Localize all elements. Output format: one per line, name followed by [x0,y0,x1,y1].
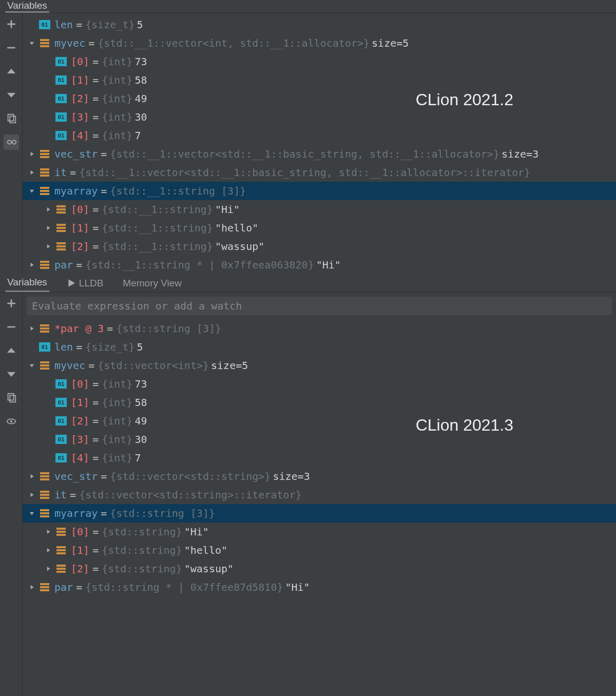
copy-button[interactable] [4,111,19,126]
variable-row[interactable]: vec_str={std::vector<std::string>} size=… [23,467,616,486]
down-button[interactable] [4,87,19,103]
copy-button[interactable] [4,390,19,405]
chevron-right-icon[interactable] [27,471,37,481]
variable-type: {std::vector<std::string>::iterator} [79,489,301,501]
minus-button[interactable] [4,40,19,55]
tab-memory-view[interactable]: Memory View [121,274,184,292]
glasses-button[interactable] [4,134,19,150]
variable-type: {std::__1::string} [102,222,213,234]
eye-button[interactable] [4,414,19,429]
variable-row[interactable]: 01[1]={int} 58 [23,71,616,89]
variable-value: size=3 [273,470,310,482]
debugger-panel-2021-2: Variables CLion 2021.2 01len={size_t} 5m… [0,0,616,274]
variable-row[interactable]: [1]={std::__1::string} "hello" [23,219,616,237]
variable-row[interactable]: par={std::string * | 0x7ffee87d5810} "Hi… [23,578,616,596]
variable-type: {std::string [3]} [110,507,215,519]
variable-type: {int} [102,433,132,446]
variable-type: {std::__1::string * | 0x7ffeea063820} [85,259,314,271]
chevron-down-icon[interactable] [27,360,37,371]
chevron-right-icon[interactable] [43,204,53,215]
tab-variables[interactable]: Variables [5,0,49,13]
tab-variables[interactable]: Variables [5,274,49,292]
variable-row[interactable]: 01[2]={int} 49 [23,412,616,430]
tab-lldb[interactable]: LLDB [65,274,106,292]
evaluate-expression-input[interactable]: Evaluate expression or add a watch [27,297,612,315]
variable-row[interactable]: it={std::__1::vector<std::__1::basic_str… [23,163,616,182]
chevron-right-icon[interactable] [27,582,37,592]
equals-sign: = [92,55,99,68]
variable-row[interactable]: *par @ 3={std::string [3]} [23,319,616,338]
svg-point-7 [10,420,12,422]
variable-type: {std::__1::string [3]} [110,185,246,197]
variables-tree-bottom[interactable]: Evaluate expression or add a watch CLion… [23,293,616,696]
up-button[interactable] [4,64,19,79]
chevron-right-icon[interactable] [27,490,37,500]
variable-type: {std::string} [102,544,182,556]
chevron-right-icon[interactable] [43,545,53,555]
plus-button[interactable] [4,16,19,32]
chevron-right-icon[interactable] [27,323,37,334]
primitive-icon: 01 [55,416,67,426]
variable-row[interactable]: [2]={std::__1::string} "wassup" [23,237,616,256]
chevron-right-icon[interactable] [27,260,37,270]
variables-tree-top[interactable]: CLion 2021.2 01len={size_t} 5myvec={std:… [23,13,616,276]
chevron-down-icon[interactable] [27,508,37,518]
equals-sign: = [92,74,99,86]
variable-row[interactable]: myvec={std::vector<int>} size=5 [23,356,616,375]
variable-row[interactable]: 01len={size_t} 5 [23,338,616,356]
equals-sign: = [76,341,82,353]
variable-type: {std::__1::string} [102,240,213,253]
variable-name: myarray [54,185,98,197]
minus-button[interactable] [4,319,19,335]
variable-name: it [54,489,67,501]
variable-row[interactable]: 01len={size_t} 5 [23,15,616,34]
variable-row[interactable]: [0]={std::__1::string} "Hi" [23,200,616,219]
chevron-right-icon[interactable] [27,149,37,159]
variable-row[interactable]: [0]={std::string} "Hi" [23,523,616,541]
variable-row[interactable]: vec_str={std::__1::vector<std::__1::basi… [23,145,616,163]
plus-button[interactable] [4,296,19,311]
variable-row[interactable]: 01[3]={int} 30 [23,108,616,126]
expander-placeholder [43,130,53,141]
equals-sign: = [101,507,107,519]
chevron-right-icon[interactable] [27,167,37,178]
object-icon [55,564,67,573]
object-icon [39,509,50,518]
variable-name: myvec [54,37,85,49]
variable-name: myarray [54,507,98,519]
variable-row[interactable]: 01[4]={int} 7 [23,126,616,145]
variable-row[interactable]: par={std::__1::string * | 0x7ffeea063820… [23,256,616,274]
variable-name: myvec [54,359,85,372]
expander-placeholder [43,112,53,122]
primitive-icon: 01 [55,94,67,103]
variable-row[interactable]: myarray={std::string [3]} [23,504,616,523]
variable-row[interactable]: 01[4]={int} 7 [23,449,616,467]
down-button[interactable] [4,366,19,382]
equals-sign: = [92,433,99,446]
variable-row[interactable]: 01[0]={int} 73 [23,375,616,393]
expander-placeholder [43,434,53,444]
chevron-right-icon[interactable] [43,223,53,233]
variable-row[interactable]: [2]={std::string} "wassup" [23,559,616,578]
variable-row[interactable]: 01[0]={int} 73 [23,52,616,71]
chevron-right-icon[interactable] [43,564,53,574]
variable-row[interactable]: 01[1]={int} 58 [23,393,616,412]
chevron-down-icon[interactable] [27,186,37,196]
chevron-right-icon[interactable] [43,527,53,537]
variable-row[interactable]: myarray={std::__1::string [3]} [23,182,616,200]
variable-row[interactable]: 01[2]={int} 49 [23,89,616,108]
chevron-down-icon[interactable] [27,38,37,48]
equals-sign: = [101,148,107,160]
variable-row[interactable]: [1]={std::string} "hello" [23,541,616,559]
variable-row[interactable]: 01[3]={int} 30 [23,430,616,449]
up-button[interactable] [4,343,19,358]
primitive-icon: 01 [39,342,50,352]
chevron-right-icon[interactable] [43,241,53,252]
variable-row[interactable]: myvec={std::__1::vector<int, std::__1::a… [23,34,616,52]
equals-sign: = [92,92,99,105]
variable-row[interactable]: it={std::vector<std::string>::iterator} [23,486,616,504]
variable-value: 58 [134,396,147,409]
variable-type: {int} [102,55,132,68]
variable-type: {int} [102,452,132,464]
equals-sign: = [76,581,82,593]
